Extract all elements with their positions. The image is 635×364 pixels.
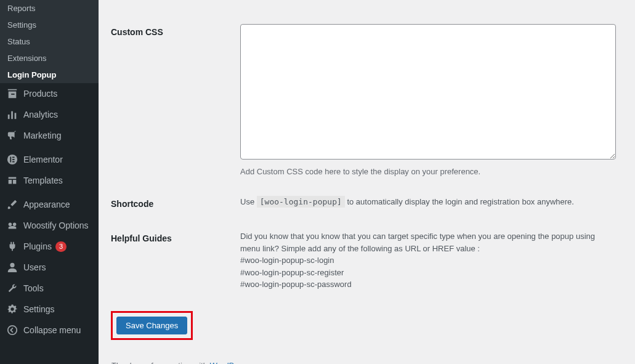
archive-icon: [6, 88, 18, 99]
svg-rect-7: [12, 161, 15, 163]
brush-icon: [6, 199, 18, 210]
submenu-item-settings[interactable]: Settings: [0, 17, 99, 33]
svg-point-9: [13, 223, 16, 226]
menu-label: Users: [23, 262, 46, 272]
menu-label: Templates: [23, 176, 63, 185]
user-icon: [6, 262, 18, 273]
save-highlight-box: Save Changes: [111, 311, 193, 340]
menu-label: Products: [23, 89, 57, 99]
submenu-item-status[interactable]: Status: [0, 33, 99, 50]
menu-label: Settings: [23, 304, 55, 314]
main-content: Custom CSS Add Custom CSS code here to s…: [99, 0, 635, 364]
menu-label: Plugins: [23, 241, 52, 251]
svg-rect-4: [10, 157, 11, 163]
menu-item-analytics[interactable]: Analytics: [0, 104, 99, 125]
svg-rect-6: [12, 159, 15, 160]
menu-item-templates[interactable]: Templates: [0, 170, 99, 191]
wrench-icon: [6, 283, 18, 294]
menu-item-products[interactable]: Products: [0, 83, 99, 104]
menu-item-woostify-options[interactable]: Woostify Options: [0, 215, 99, 236]
menu-label: Tools: [23, 283, 44, 293]
menu-item-collapse-menu[interactable]: Collapse menu: [0, 320, 99, 341]
menu-item-marketing[interactable]: Marketing: [0, 125, 99, 146]
plug-icon: [6, 241, 18, 252]
shortcode-label: Shortcode: [111, 187, 234, 221]
save-button[interactable]: Save Changes: [116, 317, 187, 334]
menu-item-elementor[interactable]: Elementor: [0, 149, 99, 170]
svg-point-11: [8, 326, 17, 334]
svg-rect-5: [12, 157, 15, 158]
submenu-item-reports[interactable]: Reports: [0, 0, 99, 17]
menu-item-appearance[interactable]: Appearance: [0, 194, 99, 215]
footer-credit: Thank you for creating with WordPress.: [111, 361, 623, 365]
menu-label: Woostify Options: [23, 220, 89, 230]
svg-rect-1: [11, 111, 13, 119]
settings-form-table: Custom CSS Add Custom CSS code here to s…: [111, 15, 623, 300]
guides-label: Helpful Guides: [111, 221, 234, 300]
wordpress-link[interactable]: WordPress: [209, 361, 249, 365]
submenu-item-extensions[interactable]: Extensions: [0, 50, 99, 67]
megaphone-icon: [6, 130, 18, 141]
admin-sidebar: ReportsSettingsStatusExtensionsLogin Pop…: [0, 0, 99, 364]
collapse-icon: [6, 325, 18, 336]
menu-label: Marketing: [23, 131, 61, 140]
submenu-item-login-popup[interactable]: Login Popup: [0, 67, 99, 83]
custom-css-label: Custom CSS: [111, 15, 234, 187]
menu-label: Appearance: [23, 200, 70, 209]
menu-item-tools[interactable]: Tools: [0, 278, 99, 299]
update-badge: 3: [55, 241, 67, 252]
custom-css-textarea[interactable]: [240, 24, 616, 160]
custom-css-hint: Add Custom CSS code here to style the di…: [240, 166, 617, 178]
guides-text: Did you know that you know that you can …: [234, 221, 623, 300]
menu-label: Analytics: [23, 110, 58, 119]
shortcode-code: [woo-login-popup]: [257, 196, 345, 208]
chart-icon: [6, 109, 18, 120]
elementor-icon: [6, 154, 18, 165]
svg-point-8: [9, 223, 12, 226]
gear-icon: [6, 304, 18, 315]
svg-point-10: [10, 263, 14, 267]
menu-item-users[interactable]: Users: [0, 257, 99, 278]
shortcode-description: Use [woo-login-popup] to automatically d…: [234, 187, 623, 221]
svg-rect-2: [15, 113, 17, 119]
templates-icon: [6, 175, 18, 186]
svg-rect-0: [8, 115, 10, 119]
menu-item-plugins[interactable]: Plugins3: [0, 236, 99, 257]
menu-label: Collapse menu: [23, 325, 81, 335]
woostify-icon: [6, 220, 18, 231]
menu-item-settings[interactable]: Settings: [0, 299, 99, 320]
menu-label: Elementor: [23, 155, 63, 164]
